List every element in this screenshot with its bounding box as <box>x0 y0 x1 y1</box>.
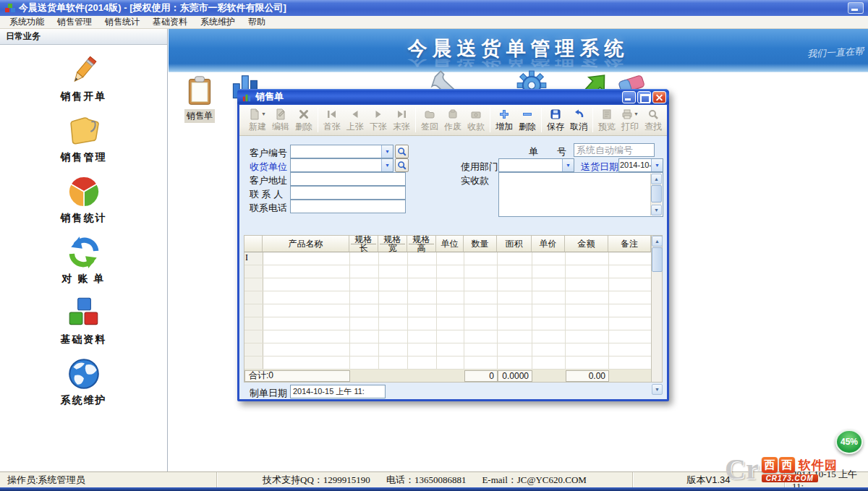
grid-cell[interactable] <box>532 265 566 278</box>
grid-cell[interactable] <box>609 291 652 304</box>
chevron-down-icon[interactable] <box>381 145 393 158</box>
grid-cell[interactable] <box>464 252 498 265</box>
grid-cell[interactable] <box>379 317 408 330</box>
dialog-maximize-button[interactable] <box>637 91 651 103</box>
scrollbar[interactable]: ▲ ▼ <box>650 174 662 215</box>
address-field[interactable] <box>290 172 406 186</box>
scroll-up-icon[interactable]: ▲ <box>652 236 663 247</box>
grid-cell[interactable] <box>408 304 437 317</box>
grid-cell[interactable] <box>609 252 652 265</box>
grid-cell[interactable] <box>566 330 609 343</box>
grid-cell[interactable] <box>437 343 464 356</box>
grid-cell[interactable] <box>379 356 408 369</box>
grid-cell[interactable] <box>609 356 652 369</box>
scroll-up-icon[interactable]: ▲ <box>651 174 662 184</box>
grid-cell[interactable] <box>609 330 652 343</box>
grid-cell[interactable] <box>609 317 652 330</box>
grid-column-header[interactable]: 金额 <box>565 235 608 252</box>
grid-cell[interactable] <box>437 330 464 343</box>
grid-cell[interactable] <box>566 265 609 278</box>
grid-row[interactable] <box>244 265 663 278</box>
menu-item-3[interactable]: 基础资料 <box>146 15 194 29</box>
grid-cell[interactable] <box>532 252 566 265</box>
grid-cell[interactable] <box>566 278 609 291</box>
grid-cell[interactable] <box>350 356 379 369</box>
grid-cell[interactable] <box>437 304 464 317</box>
grid-cell[interactable] <box>498 304 532 317</box>
grid-cell[interactable] <box>437 291 464 304</box>
grid-row[interactable] <box>244 291 663 304</box>
grid-cell[interactable] <box>532 278 566 291</box>
grid-cell[interactable] <box>498 252 532 265</box>
grid-cell[interactable] <box>566 304 609 317</box>
received-textarea[interactable]: ▲ ▼ <box>498 172 663 217</box>
grid-cell[interactable] <box>566 356 609 369</box>
grid-column-header[interactable]: 规格宽 <box>378 235 407 252</box>
grid-cell[interactable] <box>437 278 464 291</box>
grid-cell[interactable] <box>464 304 498 317</box>
grid-cell[interactable] <box>464 330 498 343</box>
dialog-close-button[interactable] <box>652 91 666 103</box>
grid-cell[interactable] <box>437 317 464 330</box>
phone-field[interactable] <box>290 200 406 213</box>
delivery-date-combo[interactable]: 2014-10-15 <box>618 158 663 172</box>
grid-body[interactable]: I <box>244 252 663 370</box>
toolbar-button-minus[interactable]: 删除 <box>516 106 539 134</box>
grid-cell[interactable] <box>408 278 437 291</box>
grid-cell[interactable] <box>437 265 464 278</box>
grid-row[interactable] <box>244 278 663 291</box>
grid-row[interactable] <box>244 343 663 356</box>
grid-cell[interactable] <box>263 304 350 317</box>
grid-column-header[interactable]: 单价 <box>532 235 565 252</box>
grid-cell[interactable] <box>379 304 408 317</box>
grid-cell[interactable] <box>437 356 464 369</box>
grid-cell[interactable] <box>566 252 609 265</box>
contact-field[interactable] <box>290 186 406 200</box>
toolbar-button-undo[interactable]: 取消 <box>567 106 590 134</box>
customer-search-button[interactable] <box>395 145 409 158</box>
grid-cell[interactable] <box>350 343 379 356</box>
chevron-down-icon[interactable] <box>651 159 663 171</box>
grid-row[interactable] <box>244 304 663 317</box>
department-combo[interactable] <box>498 158 574 172</box>
sidebar-item-sync[interactable]: 对 账 单 <box>62 234 106 286</box>
grid-cell[interactable] <box>263 343 350 356</box>
scroll-down-icon[interactable]: ▼ <box>651 205 662 215</box>
minimize-button[interactable] <box>848 2 864 14</box>
grid-cell[interactable] <box>498 278 532 291</box>
grid-row[interactable] <box>244 330 663 343</box>
customer-no-combo[interactable] <box>290 145 393 158</box>
grid-cell[interactable] <box>609 278 652 291</box>
grid-cell[interactable] <box>532 304 566 317</box>
grid-cell[interactable] <box>532 291 566 304</box>
grid-cell[interactable] <box>498 317 532 330</box>
menu-item-0[interactable]: 系统功能 <box>3 15 51 29</box>
grid-cell[interactable] <box>350 278 379 291</box>
grid-column-header[interactable]: 规格高 <box>407 235 436 252</box>
grid-cell[interactable] <box>379 343 408 356</box>
grid-column-header[interactable]: 数量 <box>464 235 497 252</box>
grid-cell[interactable] <box>263 265 350 278</box>
grid-cell[interactable] <box>532 356 566 369</box>
grid-row[interactable] <box>244 317 663 330</box>
grid-cell[interactable] <box>408 343 437 356</box>
menu-item-2[interactable]: 销售统计 <box>98 15 146 29</box>
grid-cell[interactable] <box>532 317 566 330</box>
grid-cell[interactable] <box>532 343 566 356</box>
sidebar-item-blocks[interactable]: 基础资料 <box>61 295 107 346</box>
desktop-icon-sales-order[interactable]: 销售单 <box>179 74 221 123</box>
sidebar-item-globe[interactable]: 系统维护 <box>61 356 107 407</box>
grid-cell[interactable] <box>263 317 350 330</box>
grid-cell[interactable] <box>498 265 532 278</box>
receiver-combo[interactable] <box>290 158 393 172</box>
grid-cell[interactable] <box>437 252 464 265</box>
grid-cell[interactable] <box>408 252 437 265</box>
scroll-thumb[interactable] <box>652 247 663 272</box>
menu-item-5[interactable]: 帮助 <box>242 15 272 29</box>
grid-cell[interactable] <box>408 291 437 304</box>
menu-item-1[interactable]: 销售管理 <box>51 15 98 29</box>
toolbar-button-plus[interactable]: 增加 <box>493 106 516 134</box>
grid-cell[interactable] <box>532 330 566 343</box>
grid-row[interactable]: I <box>244 252 663 265</box>
order-no-field[interactable] <box>574 143 655 157</box>
